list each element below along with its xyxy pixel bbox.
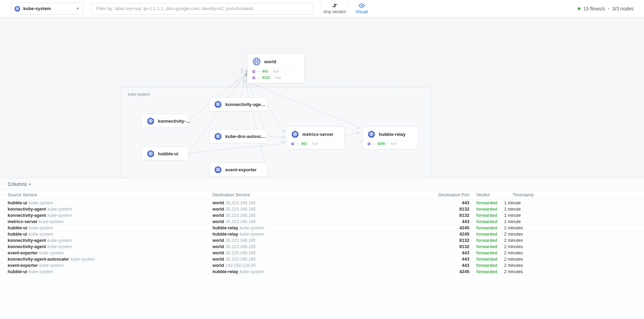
node-title: world [264, 59, 276, 64]
cell-verdict: forwarded [476, 263, 504, 268]
table-row[interactable]: hubble-uikube-systemhubble-relaykube-sys… [0, 269, 644, 275]
chevron-down-icon: ▼ [76, 7, 80, 10]
cell-destination: world35.223.166.185 [212, 244, 431, 249]
node-title: hubble-relay [379, 132, 405, 137]
eye-icon [358, 3, 365, 8]
cell-destination: hubble-relaykube-system [212, 269, 431, 274]
cell-verdict: forwarded [476, 251, 504, 255]
cell-port: 4245 [431, 225, 476, 230]
node-konnectivity-agent-autoscaler[interactable]: konnectivity-agent-autosc... [209, 97, 267, 111]
kubernetes-icon [147, 117, 154, 125]
tab-visual[interactable]: Visual [348, 0, 375, 17]
col-source-header[interactable]: Source Service [8, 193, 212, 197]
node-event-exporter[interactable]: event-exporter [209, 163, 267, 177]
cell-verdict: forwarded [476, 238, 504, 243]
table-row[interactable]: konnectivity-agentkube-systemworld35.223… [0, 237, 644, 244]
cell-verdict: forwarded [476, 244, 504, 249]
status-indicator-icon [578, 7, 580, 10]
node-title: konnectivity-agent [158, 118, 191, 124]
cell-destination: world142.250.128.95 [212, 263, 431, 268]
port-line: → 8132 · TCP [252, 74, 299, 80]
cell-source: konnectivity-agent-autoscalerkube-system [8, 256, 212, 262]
kubernetes-icon [147, 150, 154, 157]
node-world[interactable]: world → 443 · TCP → 8132 · TCP [247, 54, 304, 83]
filter-input[interactable] [91, 3, 313, 15]
node-konnectivity-agent[interactable]: konnectivity-agent [142, 114, 189, 128]
cell-verdict: forwarded [476, 232, 504, 237]
cell-timestamp: 2 minutes [504, 232, 542, 237]
cell-port: 443 [431, 263, 476, 268]
table-row[interactable]: konnectivity-agentkube-systemworld35.223… [0, 206, 644, 212]
tab-any-verdict[interactable]: Any verdict [321, 0, 348, 17]
cell-verdict: forwarded [476, 226, 504, 230]
col-port-header[interactable]: Destination Port [431, 193, 476, 197]
cell-source: konnectivity-agentkube-system [8, 238, 212, 243]
cell-port: 443 [431, 219, 476, 224]
node-title: metrics-server [302, 132, 334, 137]
service-map-canvas[interactable]: world → 443 · TCP → 8132 · TCP kube-syst… [0, 17, 644, 184]
table-row[interactable]: konnectivity-agentkube-systemworld35.223… [0, 212, 644, 219]
kubernetes-icon [214, 132, 222, 140]
node-metrics-server[interactable]: metrics-server → 443 · TCP [286, 126, 344, 149]
flows-table: Columns ▾ Source Service Destination Ser… [0, 178, 644, 319]
table-header: Source Service Destination Service Desti… [0, 190, 644, 200]
table-row[interactable]: konnectivity-agent-autoscalerkube-system… [0, 256, 644, 262]
view-tabs: Any verdict Visual [321, 0, 375, 17]
cell-port: 8132 [431, 238, 476, 243]
cell-timestamp: 1 minute [504, 201, 542, 205]
port-dot-icon [291, 142, 294, 145]
table-row[interactable]: konnectivity-agentkube-systemworld35.223… [0, 244, 644, 250]
cell-destination: world35.223.166.185 [212, 200, 431, 205]
cell-port: 8132 [431, 213, 476, 218]
nodes-stat: 3/3 nodes [612, 6, 634, 11]
cell-verdict: forwarded [476, 269, 504, 274]
cell-port: 4245 [431, 269, 476, 274]
port-dot-icon [368, 142, 370, 145]
table-row[interactable]: metrics-serverkube-systemworld35.223.166… [0, 219, 644, 225]
cell-verdict: forwarded [476, 207, 504, 212]
cell-port: 8132 [431, 206, 476, 212]
cell-source: event-exporterkube-system [8, 263, 212, 268]
node-hubble-relay[interactable]: hubble-relay → 4245 · TCP [362, 126, 418, 149]
col-dest-header[interactable]: Destination Service [212, 193, 431, 197]
cell-source: konnectivity-agentkube-system [8, 213, 212, 218]
columns-label: Columns [8, 181, 27, 187]
chevron-down-icon: ▾ [29, 182, 31, 187]
cell-source: konnectivity-agentkube-system [8, 244, 212, 249]
cell-port: 8132 [431, 244, 476, 249]
node-hubble-ui[interactable]: hubble-ui [142, 147, 189, 161]
cell-timestamp: 2 minutes [504, 257, 542, 262]
namespace-select[interactable]: kube-system ▼ [10, 3, 83, 15]
cell-source: konnectivity-agentkube-system [8, 206, 212, 212]
cell-timestamp: 2 minutes [504, 244, 542, 249]
kubernetes-icon [14, 6, 20, 12]
table-body[interactable]: hubble-uikube-systemworld35.223.166.1854… [0, 200, 644, 319]
cell-destination: world35.223.166.185 [212, 219, 431, 224]
kubernetes-icon [214, 100, 222, 108]
columns-toggle[interactable]: Columns ▾ [0, 178, 644, 190]
tab-visual-label: Visual [356, 9, 368, 14]
table-row[interactable]: hubble-uikube-systemworld35.223.166.1854… [0, 200, 644, 206]
node-title: kube-dns-autoscaler [225, 134, 266, 139]
kubernetes-icon [291, 130, 299, 138]
table-row[interactable]: event-exporterkube-systemworld35.223.166… [0, 250, 644, 256]
port-line: → 443 · TCP [291, 140, 339, 146]
node-kube-dns-autoscaler[interactable]: kube-dns-autoscaler [209, 129, 267, 143]
table-row[interactable]: event-exporterkube-systemworld142.250.12… [0, 262, 644, 269]
svg-point-10 [241, 68, 243, 71]
col-timestamp-header[interactable]: Timestamp [504, 193, 542, 197]
col-verdict-header[interactable]: Verdict [476, 193, 504, 197]
table-row[interactable]: hubble-uikube-systemhubble-relaykube-sys… [0, 225, 644, 231]
kubernetes-icon [214, 166, 222, 173]
separator: • [608, 6, 610, 11]
cell-verdict: forwarded [476, 201, 504, 205]
cell-destination: world35.223.166.185 [212, 256, 431, 262]
cell-destination: world35.223.166.185 [212, 250, 431, 255]
table-row[interactable]: hubble-uikube-systemhubble-relaykube-sys… [0, 231, 644, 237]
cell-verdict: forwarded [476, 219, 504, 224]
node-title: konnectivity-agent-autosc... [225, 102, 266, 107]
cell-timestamp: 1 minute [504, 219, 542, 224]
node-title: hubble-ui [158, 151, 178, 156]
topbar: kube-system ▼ Any verdict Visual 15 flow… [0, 0, 644, 17]
cell-verdict: forwarded [476, 213, 504, 218]
